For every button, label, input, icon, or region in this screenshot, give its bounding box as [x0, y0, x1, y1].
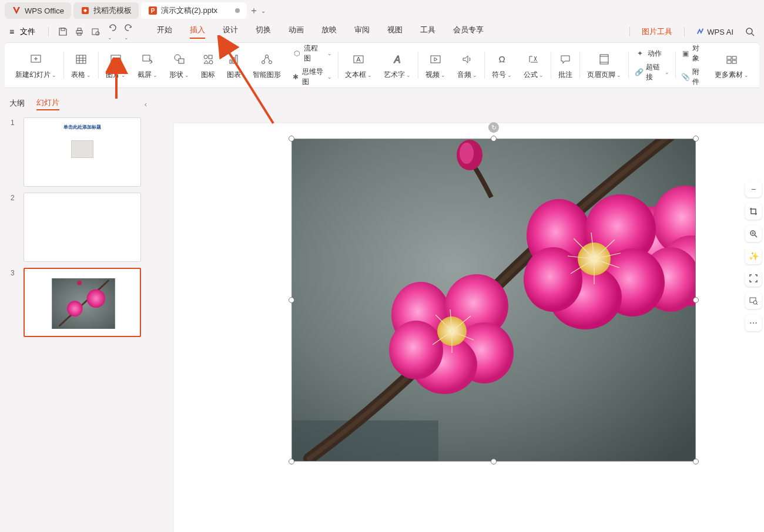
- tab-document[interactable]: P 演示文稿(2).pptx: [141, 2, 247, 19]
- zoom-out-button[interactable]: −: [745, 181, 762, 197]
- svg-rect-25: [209, 55, 212, 59]
- panel-tab-outline[interactable]: 大纲: [9, 98, 25, 110]
- tab-home-label: WPS Office: [25, 6, 64, 15]
- ribbon-smartart[interactable]: 智能图形: [247, 43, 287, 87]
- more-button[interactable]: ⋯: [745, 315, 762, 331]
- hamburger-icon[interactable]: ≡: [9, 27, 14, 36]
- ribbon-icons[interactable]: 图标: [195, 43, 221, 87]
- ribbon-chart[interactable]: 图表: [221, 43, 247, 87]
- ribbon-video[interactable]: 视频⌄: [420, 43, 451, 87]
- new-tab-button[interactable]: ＋⌄: [249, 2, 266, 19]
- tab-template[interactable]: 找稻壳模板: [73, 2, 139, 19]
- resize-handle-n[interactable]: [491, 136, 497, 142]
- svg-point-51: [77, 281, 82, 285]
- ribbon-flowchart[interactable]: ⬡流程图⌄: [291, 43, 332, 63]
- ribbon-object[interactable]: ▣对象: [681, 43, 704, 63]
- panel-collapse-icon[interactable]: ‹: [145, 100, 147, 109]
- svg-rect-23: [179, 59, 184, 63]
- svg-point-20: [113, 57, 115, 59]
- tab-animation[interactable]: 动画: [289, 25, 304, 39]
- wps-ai-label: WPS AI: [707, 28, 733, 36]
- resize-handle-sw[interactable]: [289, 459, 294, 464]
- ribbon-attachment[interactable]: 📎附件: [681, 67, 704, 87]
- resize-handle-s[interactable]: [491, 459, 497, 464]
- svg-point-49: [67, 301, 83, 316]
- ribbon-textbox[interactable]: A 文本框⌄: [339, 43, 378, 87]
- ribbon-wordart[interactable]: A 艺术字⌄: [378, 43, 417, 87]
- search-icon[interactable]: [745, 27, 755, 36]
- quick-access-toolbar: ⌄ ⌄: [46, 23, 133, 41]
- zoom-in-button[interactable]: [745, 225, 762, 242]
- redo-icon[interactable]: ⌄: [124, 23, 133, 41]
- print-preview-icon[interactable]: [91, 27, 100, 36]
- resize-handle-w[interactable]: [289, 297, 294, 303]
- ribbon-picture[interactable]: 图片⌄: [100, 43, 132, 87]
- panel-tab-slides[interactable]: 幻灯片: [36, 97, 59, 110]
- ribbon-comment[interactable]: 批注: [552, 43, 578, 87]
- ribbon-table[interactable]: 表格⌄: [65, 43, 97, 87]
- slide-number: 2: [11, 193, 24, 262]
- ribbon: 新建幻灯片⌄ 表格⌄ 图片⌄ 截屏⌄ 形状⌄ 图标 图表 智能图形 ⬡流程图⌄ …: [5, 42, 759, 88]
- svg-point-32: [269, 60, 272, 63]
- undo-icon[interactable]: ⌄: [108, 23, 117, 41]
- resize-handle-e[interactable]: [693, 297, 699, 303]
- svg-rect-44: [732, 56, 736, 59]
- print-icon[interactable]: [75, 27, 84, 36]
- tab-tools[interactable]: 工具: [420, 25, 435, 39]
- resize-handle-nw[interactable]: [289, 136, 294, 142]
- slide-row-1[interactable]: 1 单击此处添加标题: [11, 117, 150, 187]
- svg-line-34: [268, 58, 270, 61]
- ribbon-equation[interactable]: 公式⌄: [518, 43, 549, 87]
- ribbon-shapes[interactable]: 形状⌄: [163, 43, 195, 87]
- tab-design[interactable]: 设计: [223, 25, 238, 39]
- tab-insert[interactable]: 插入: [190, 25, 205, 39]
- selected-image[interactable]: ↻: [291, 139, 696, 462]
- wps-logo-icon: [12, 6, 21, 15]
- wps-ai-button[interactable]: WPS AI: [696, 28, 733, 36]
- resize-handle-ne[interactable]: [693, 136, 699, 142]
- slide-number: 1: [11, 117, 24, 187]
- slide-thumb-1[interactable]: 单击此处添加标题: [24, 117, 141, 187]
- magic-button[interactable]: ✨: [745, 248, 762, 264]
- svg-text:A: A: [394, 55, 401, 65]
- ribbon-more[interactable]: 更多素材⌄: [709, 43, 755, 87]
- save-icon[interactable]: [58, 27, 68, 36]
- tab-transition[interactable]: 切换: [256, 25, 271, 39]
- svg-rect-29: [236, 55, 237, 63]
- svg-point-50: [87, 289, 105, 308]
- slide-thumb-3[interactable]: [24, 268, 141, 337]
- resize-handle-se[interactable]: [693, 459, 699, 464]
- picture-tools-tab[interactable]: 图片工具: [642, 26, 672, 37]
- ribbon-symbol[interactable]: Ω 符号⌄: [486, 43, 518, 87]
- work-area: 大纲 幻灯片 ‹ 1 单击此处添加标题 2 3: [0, 88, 764, 532]
- svg-text:P: P: [151, 8, 155, 14]
- svg-point-24: [204, 55, 207, 59]
- ribbon-hyperlink[interactable]: 🔗超链接⌄: [635, 62, 669, 82]
- rotate-handle[interactable]: ↻: [488, 122, 499, 133]
- editor-area: ↻ − ✨ ⋯: [156, 88, 764, 532]
- svg-line-33: [264, 58, 266, 61]
- svg-line-10: [752, 33, 754, 36]
- file-menu[interactable]: 文件: [20, 26, 35, 37]
- ribbon-audio[interactable]: 音频⌄: [451, 43, 483, 87]
- tab-member[interactable]: 会员专享: [453, 25, 484, 39]
- slide-panel: 大纲 幻灯片 ‹ 1 单击此处添加标题 2 3: [0, 88, 156, 532]
- ribbon-action[interactable]: ✦动作: [635, 49, 669, 59]
- tab-view[interactable]: 视图: [387, 25, 403, 39]
- tab-start[interactable]: 开始: [157, 25, 172, 39]
- slide-thumb-2[interactable]: [24, 193, 141, 262]
- tab-home[interactable]: WPS Office: [5, 2, 71, 19]
- ribbon-header-footer[interactable]: 页眉页脚⌄: [581, 43, 627, 87]
- tab-close-icon[interactable]: [235, 8, 240, 13]
- slide-row-3[interactable]: 3: [11, 268, 150, 337]
- image-search-button[interactable]: [745, 292, 762, 309]
- svg-point-30: [265, 55, 268, 58]
- ribbon-screenshot[interactable]: 截屏⌄: [132, 43, 163, 87]
- tab-slideshow[interactable]: 放映: [321, 25, 337, 39]
- tab-review[interactable]: 审阅: [354, 25, 370, 39]
- fullscreen-button[interactable]: [745, 270, 762, 287]
- crop-button[interactable]: [745, 203, 762, 220]
- ribbon-new-slide[interactable]: 新建幻灯片⌄: [9, 43, 62, 87]
- ribbon-mindmap[interactable]: ✱思维导图⌄: [291, 67, 332, 87]
- slide-row-2[interactable]: 2: [11, 193, 150, 262]
